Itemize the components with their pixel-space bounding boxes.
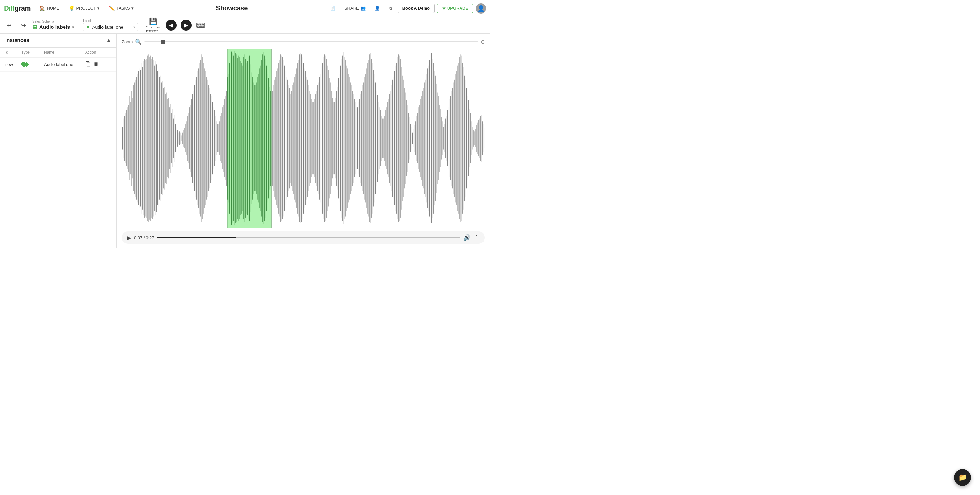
- svg-rect-160: [217, 121, 217, 155]
- upgrade-button[interactable]: ★ UPGRADE: [437, 3, 473, 13]
- svg-rect-234: [264, 56, 265, 221]
- nav-layers-btn[interactable]: ⧉: [386, 4, 395, 13]
- svg-rect-534: [456, 71, 457, 205]
- svg-rect-320: [320, 74, 320, 203]
- svg-rect-16: [125, 124, 126, 152]
- svg-rect-57: [151, 59, 151, 217]
- label-select-control[interactable]: ⚑ Audio label one ▾: [83, 23, 138, 32]
- svg-rect-439: [396, 66, 396, 211]
- changes-detected-button[interactable]: 💾 Changes Detected...: [145, 17, 162, 33]
- svg-rect-474: [418, 110, 418, 167]
- svg-rect-418: [382, 119, 383, 158]
- svg-rect-366: [349, 77, 349, 200]
- svg-rect-479: [421, 97, 422, 180]
- svg-rect-478: [421, 99, 421, 178]
- svg-rect-49: [146, 63, 146, 214]
- undo-button[interactable]: ↩: [4, 20, 14, 30]
- svg-rect-516: [445, 121, 445, 155]
- svg-rect-186: [234, 52, 234, 224]
- svg-rect-216: [253, 79, 253, 197]
- svg-rect-509: [440, 109, 441, 167]
- next-instance-button[interactable]: ▶: [180, 20, 191, 31]
- more-options-button[interactable]: ⋮: [474, 234, 480, 241]
- logo[interactable]: Diffgram: [4, 4, 30, 13]
- svg-rect-378: [357, 110, 357, 167]
- svg-rect-138: [203, 60, 203, 217]
- svg-rect-210: [249, 56, 250, 221]
- svg-rect-347: [337, 87, 337, 189]
- svg-rect-79: [165, 94, 165, 183]
- nav-share-btn[interactable]: SHARE 👥: [341, 4, 369, 13]
- svg-rect-52: [148, 58, 148, 219]
- svg-rect-486: [425, 77, 426, 200]
- svg-rect-273: [290, 90, 290, 186]
- svg-rect-495: [431, 54, 432, 223]
- svg-rect-333: [328, 70, 329, 206]
- nav-tasks[interactable]: ✏️ TASKS ▾: [105, 3, 137, 13]
- svg-rect-521: [448, 108, 448, 169]
- svg-rect-407: [375, 82, 375, 194]
- svg-rect-168: [222, 110, 222, 167]
- svg-rect-180: [230, 57, 231, 219]
- svg-rect-77: [164, 90, 164, 186]
- svg-rect-203: [245, 56, 245, 221]
- play-button[interactable]: ▶: [127, 235, 131, 241]
- prev-instance-button[interactable]: ◀: [165, 20, 177, 31]
- svg-rect-272: [290, 88, 290, 189]
- svg-rect-462: [410, 124, 410, 152]
- keyboard-shortcut-button[interactable]: ⌨: [196, 20, 207, 31]
- svg-rect-404: [373, 70, 374, 206]
- svg-rect-135: [201, 57, 201, 219]
- svg-rect-101: [179, 132, 180, 145]
- svg-rect-68: [158, 74, 159, 203]
- svg-rect-384: [361, 94, 361, 183]
- svg-rect-383: [360, 97, 360, 180]
- nav-file-icon-btn[interactable]: 📄: [327, 4, 339, 13]
- svg-rect-37: [138, 71, 139, 205]
- file-icon: 📄: [330, 6, 336, 11]
- svg-rect-131: [198, 68, 199, 208]
- svg-rect-325: [323, 60, 323, 217]
- svg-rect-488: [427, 71, 427, 205]
- avatar-icon: 👤: [477, 5, 485, 12]
- project-chevron-icon: ▾: [97, 6, 100, 11]
- svg-rect-447: [401, 63, 401, 214]
- volume-button[interactable]: 🔊: [463, 234, 471, 241]
- nav-home-label: HOME: [47, 6, 59, 11]
- zoom-out-icon[interactable]: 🔍: [135, 39, 142, 45]
- svg-rect-71: [160, 79, 161, 197]
- user-avatar[interactable]: 👤: [476, 3, 486, 14]
- svg-rect-206: [247, 66, 247, 211]
- svg-rect-335: [329, 78, 330, 199]
- nav-home[interactable]: 🏠 HOME: [36, 3, 62, 13]
- svg-rect-194: [239, 54, 240, 223]
- schema-select-control[interactable]: ⊞ Audio labels ▾: [32, 24, 74, 31]
- instance-copy-button[interactable]: [85, 61, 91, 68]
- instance-delete-button[interactable]: [93, 61, 99, 68]
- svg-rect-207: [247, 61, 248, 215]
- book-demo-button[interactable]: Book A Demo: [398, 3, 434, 13]
- svg-rect-307: [312, 99, 312, 178]
- svg-rect-291: [301, 54, 302, 222]
- nav-users-btn[interactable]: 👤: [371, 4, 383, 13]
- svg-rect-569: [478, 121, 479, 156]
- progress-bar[interactable]: [157, 237, 460, 238]
- svg-rect-139: [204, 63, 204, 214]
- nav-project[interactable]: 💡 PROJECT ▾: [65, 3, 103, 13]
- svg-rect-326: [324, 57, 324, 219]
- collapse-sidebar-button[interactable]: ▲: [106, 38, 111, 43]
- svg-rect-375: [355, 102, 355, 175]
- zoom-in-icon[interactable]: ⊕: [480, 39, 485, 45]
- svg-rect-32: [135, 79, 135, 197]
- svg-rect-370: [352, 88, 352, 189]
- waveform-display[interactable]: [122, 49, 485, 228]
- svg-rect-546: [464, 71, 464, 205]
- svg-rect-303: [309, 88, 310, 189]
- svg-rect-354: [342, 59, 342, 217]
- svg-rect-380: [358, 105, 358, 172]
- svg-rect-242: [270, 87, 270, 189]
- redo-button[interactable]: ↪: [18, 20, 29, 30]
- svg-rect-213: [251, 68, 251, 208]
- zoom-slider[interactable]: [144, 41, 478, 43]
- svg-rect-553: [468, 100, 469, 176]
